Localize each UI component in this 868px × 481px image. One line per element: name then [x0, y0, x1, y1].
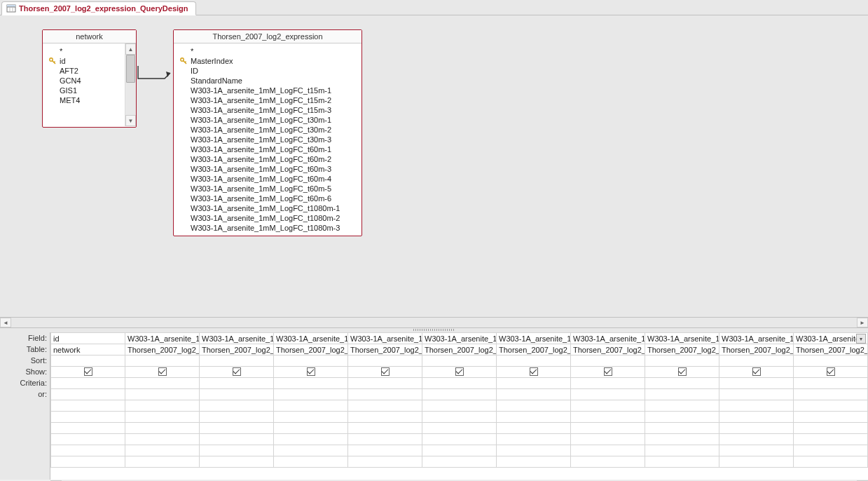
qbe-table-cell[interactable]: Thorsen_2007_log2_e	[497, 344, 571, 355]
qbe-field-cell[interactable]: W303-1A_arsenite_1m	[497, 333, 571, 344]
qbe-blank-cell[interactable]	[125, 389, 200, 400]
scrollbar-network[interactable]: ▲ ▼	[125, 43, 136, 126]
qbe-sort-cell[interactable]	[497, 355, 571, 367]
qbe-blank-cell[interactable]	[274, 412, 348, 423]
qbe-blank-cell[interactable]	[274, 389, 348, 400]
field-row[interactable]: W303-1A_arsenite_1mM_LogFC_t60m-4	[174, 174, 361, 184]
scroll-up-icon[interactable]: ▲	[125, 43, 136, 55]
qbe-show-cell[interactable]	[719, 367, 794, 378]
qbe-blank-cell[interactable]	[51, 456, 125, 468]
qbe-blank-cell[interactable]	[571, 445, 645, 456]
scroll-thumb[interactable]	[126, 55, 135, 83]
qbe-blank-cell[interactable]	[348, 434, 422, 445]
checkbox-checked-icon[interactable]	[530, 367, 538, 376]
qbe-criteria-cell[interactable]	[200, 378, 274, 389]
checkbox-checked-icon[interactable]	[84, 367, 92, 376]
qbe-blank-cell[interactable]	[200, 412, 274, 423]
qbe-blank-cell[interactable]	[125, 400, 200, 412]
qbe-blank-cell[interactable]	[719, 423, 794, 434]
qbe-sort-cell[interactable]	[274, 355, 348, 367]
qbe-blank-cell[interactable]	[348, 412, 422, 423]
qbe-criteria-cell[interactable]	[571, 378, 645, 389]
qbe-blank-cell[interactable]	[719, 412, 794, 423]
field-row[interactable]: W303-1A_arsenite_1mM_LogFC_t60m-2	[174, 154, 361, 164]
qbe-table-cell[interactable]: Thorsen_2007_log2_e	[422, 344, 497, 355]
qbe-blank-cell[interactable]	[125, 423, 200, 434]
qbe-field-cell[interactable]: W303-1A_arsenite_1m	[422, 333, 497, 344]
field-row[interactable]: GCN4	[43, 76, 125, 86]
qbe-table-cell[interactable]: Thorsen_2007_log2_e	[274, 344, 348, 355]
qbe-blank-cell[interactable]	[51, 445, 125, 456]
qbe-show-cell[interactable]	[571, 367, 645, 378]
qbe-sort-cell[interactable]	[571, 355, 645, 367]
dropdown-icon[interactable]: ▾	[856, 334, 866, 344]
qbe-blank-cell[interactable]	[645, 400, 719, 412]
field-row[interactable]: W303-1A_arsenite_1mM_LogFC_t15m-1	[174, 86, 361, 95]
qbe-blank-cell[interactable]	[645, 434, 719, 445]
qbe-blank-cell[interactable]	[51, 389, 125, 400]
qbe-blank-cell[interactable]	[422, 445, 497, 456]
field-row[interactable]: W303-1A_arsenite_1mM_LogFC_t30m-1	[174, 115, 361, 125]
qbe-field-cell[interactable]: W303-1A_arsenite_1m	[274, 333, 348, 344]
qbe-table-cell[interactable]: Thorsen_2007_log2_e	[125, 344, 200, 355]
qbe-table-cell[interactable]: Thorsen_2007_log2_e	[719, 344, 794, 355]
qbe-blank-cell[interactable]	[571, 423, 645, 434]
qbe-blank-cell[interactable]	[422, 389, 497, 400]
qbe-table-cell[interactable]: Thorsen_2007_log2_e	[571, 344, 645, 355]
qbe-blank-cell[interactable]	[719, 400, 794, 412]
scroll-left-icon[interactable]: ◄	[0, 318, 11, 327]
design-surface[interactable]: network *idAFT2GCN4GIS1MET4 ▲ ▼ Thorsen_…	[0, 15, 868, 317]
qbe-blank-cell[interactable]	[274, 434, 348, 445]
qbe-show-cell[interactable]	[794, 367, 868, 378]
qbe-blank-cell[interactable]	[497, 412, 571, 423]
qbe-blank-cell[interactable]	[274, 400, 348, 412]
qbe-blank-cell[interactable]	[794, 423, 868, 434]
qbe-sort-cell[interactable]	[794, 355, 868, 367]
qbe-show-cell[interactable]	[497, 367, 571, 378]
qbe-blank-cell[interactable]	[645, 456, 719, 468]
qbe-criteria-cell[interactable]	[719, 378, 794, 389]
qbe-show-cell[interactable]	[348, 367, 422, 378]
qbe-field-cell[interactable]: W303-1A_arsenite_1m	[645, 333, 719, 344]
qbe-blank-cell[interactable]	[348, 456, 422, 468]
qbe-blank-cell[interactable]	[125, 434, 200, 445]
qbe-blank-cell[interactable]	[794, 445, 868, 456]
qbe-blank-cell[interactable]	[200, 456, 274, 468]
field-row[interactable]: W303-1A_arsenite_1mM_LogFC_t60m-5	[174, 184, 361, 194]
qbe-blank-cell[interactable]	[422, 456, 497, 468]
qbe-sort-cell[interactable]	[422, 355, 497, 367]
scroll-down-icon[interactable]: ▼	[125, 115, 136, 126]
qbe-criteria-cell[interactable]	[274, 378, 348, 389]
field-row[interactable]: W303-1A_arsenite_1mM_LogFC_t15m-3	[174, 105, 361, 115]
qbe-blank-cell[interactable]	[348, 445, 422, 456]
field-row[interactable]: AFT2	[43, 66, 125, 76]
checkbox-checked-icon[interactable]	[678, 367, 687, 376]
field-row[interactable]: GIS1	[43, 86, 125, 95]
field-row[interactable]: StandardName	[174, 76, 361, 86]
query-tab[interactable]: Thorsen_2007_log2_expression_QueryDesign	[1, 1, 196, 15]
qbe-blank-cell[interactable]	[51, 434, 125, 445]
qbe-blank-cell[interactable]	[422, 400, 497, 412]
qbe-blank-cell[interactable]	[422, 434, 497, 445]
qbe-blank-cell[interactable]	[51, 412, 125, 423]
field-row[interactable]: MasterIndex	[174, 56, 361, 66]
qbe-blank-cell[interactable]	[348, 423, 422, 434]
qbe-blank-cell[interactable]	[794, 389, 868, 400]
qbe-show-cell[interactable]	[51, 367, 125, 378]
qbe-field-cell[interactable]: W303-1A_arsenite_1m	[571, 333, 645, 344]
qbe-blank-cell[interactable]	[348, 400, 422, 412]
scroll-right-icon[interactable]: ►	[857, 318, 868, 327]
qbe-field-cell[interactable]: W303-1A_arsenite_1m	[200, 333, 274, 344]
checkbox-checked-icon[interactable]	[455, 367, 464, 376]
field-row[interactable]: W303-1A_arsenite_1mM_LogFC_t30m-2	[174, 125, 361, 135]
qbe-show-cell[interactable]	[200, 367, 274, 378]
qbe-field-cell[interactable]: W303-1A_arsenite_1m	[719, 333, 794, 344]
checkbox-checked-icon[interactable]	[827, 367, 835, 376]
qbe-blank-cell[interactable]	[571, 400, 645, 412]
qbe-blank-cell[interactable]	[125, 445, 200, 456]
qbe-show-cell[interactable]	[274, 367, 348, 378]
qbe-blank-cell[interactable]	[497, 456, 571, 468]
qbe-blank-cell[interactable]	[571, 456, 645, 468]
qbe-table-cell[interactable]: Thorsen_2007_log2_e	[200, 344, 274, 355]
checkbox-checked-icon[interactable]	[307, 367, 315, 376]
